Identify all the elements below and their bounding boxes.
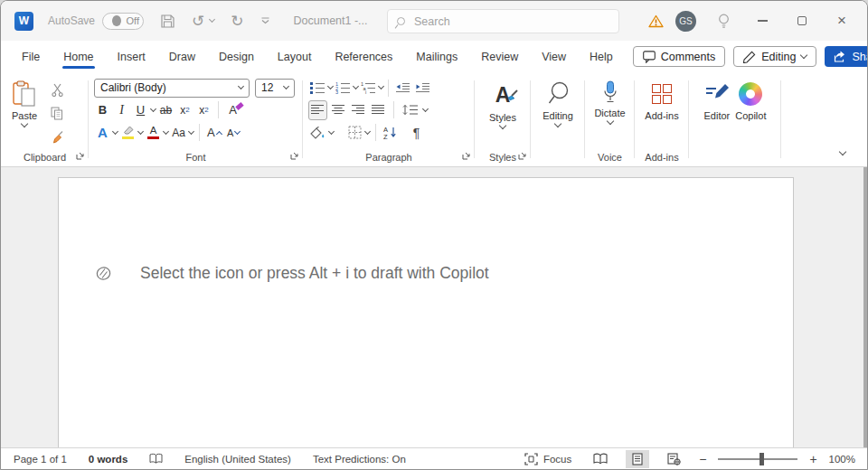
paste-button[interactable]: Paste (1, 77, 48, 147)
warning-icon[interactable] (648, 14, 664, 28)
collapse-ribbon-icon[interactable] (839, 148, 846, 155)
borders-dropdown-icon[interactable] (364, 127, 371, 134)
increase-indent-button[interactable] (413, 78, 432, 98)
minimize-button[interactable] (742, 1, 782, 41)
numbering-dropdown-icon[interactable] (353, 83, 359, 89)
borders-button[interactable] (346, 123, 363, 143)
document-page[interactable]: Select the icon or press Alt + i to draf… (58, 177, 794, 447)
undo-button[interactable]: ↺ (192, 12, 214, 31)
comments-button[interactable]: Comments (633, 46, 725, 67)
line-spacing-button[interactable] (401, 100, 420, 120)
bullets-button[interactable] (308, 78, 327, 98)
close-button[interactable]: × (822, 1, 862, 41)
align-right-button[interactable] (350, 100, 367, 120)
shading-button[interactable] (308, 123, 327, 143)
underline-dropdown-icon[interactable] (150, 105, 156, 111)
tab-references[interactable]: References (323, 41, 404, 72)
account-avatar[interactable]: GS (675, 11, 696, 32)
sort-button[interactable]: A Z (382, 123, 399, 143)
zoom-level[interactable]: 100% (829, 454, 855, 465)
lightbulb-icon[interactable] (718, 14, 730, 29)
strikethrough-button[interactable]: ab (157, 100, 175, 120)
addins-button[interactable]: Add-ins (635, 77, 689, 121)
zoom-out-button[interactable]: − (699, 452, 706, 466)
cut-button[interactable] (48, 80, 66, 99)
autosave-toggle[interactable]: Off (102, 13, 144, 30)
superscript-button[interactable]: x2 (195, 100, 212, 120)
copilot-button[interactable]: Copilot (735, 77, 766, 147)
vertical-scrollbar[interactable] (863, 167, 867, 447)
tab-help[interactable]: Help (578, 41, 625, 72)
text-effects-button[interactable]: A (94, 123, 111, 143)
editing-dropdown-icon[interactable] (554, 120, 561, 127)
justify-button[interactable] (370, 100, 387, 120)
customize-qat-button[interactable] (260, 17, 270, 24)
tab-insert[interactable]: Insert (106, 41, 157, 72)
undo-dropdown-icon[interactable] (209, 16, 215, 23)
tab-design[interactable]: Design (207, 41, 266, 72)
editing-button[interactable]: Editing (531, 77, 585, 127)
page-indicator[interactable]: Page 1 of 1 (14, 454, 67, 465)
styles-button[interactable]: A Styles (475, 77, 531, 128)
font-dialog-launcher[interactable] (290, 152, 298, 160)
editing-mode-button[interactable]: Editing (733, 46, 816, 67)
change-case-dropdown-icon[interactable] (188, 127, 194, 134)
tab-review[interactable]: Review (469, 41, 530, 72)
align-center-button[interactable] (330, 100, 347, 120)
focus-mode-button[interactable]: Focus (524, 453, 571, 465)
share-button[interactable]: Share (825, 46, 868, 67)
styles-dialog-launcher[interactable] (518, 152, 526, 160)
font-family-combo[interactable]: Calibri (Body) (94, 79, 250, 98)
tab-mailings[interactable]: Mailings (404, 41, 469, 72)
copilot-draft-icon[interactable] (95, 265, 112, 282)
paragraph-dialog-launcher[interactable] (462, 152, 470, 160)
align-left-button[interactable] (308, 100, 327, 120)
zoom-in-button[interactable]: + (809, 452, 816, 466)
redo-button[interactable]: ↻ (231, 12, 243, 31)
line-spacing-dropdown-icon[interactable] (422, 105, 429, 111)
subscript-button[interactable]: x2 (176, 100, 193, 120)
editing-mode-dropdown-icon[interactable] (800, 52, 807, 59)
web-layout-button[interactable] (661, 450, 687, 468)
language-status[interactable]: English (United States) (184, 454, 291, 465)
font-size-dropdown-icon[interactable] (283, 83, 289, 89)
font-color-dropdown-icon[interactable] (163, 127, 169, 134)
zoom-slider[interactable] (718, 458, 797, 460)
shrink-font-button[interactable]: A (225, 123, 242, 143)
copy-button[interactable] (48, 103, 66, 123)
multilevel-list-button[interactable]: 1 a i (359, 78, 378, 98)
underline-button[interactable]: U (132, 100, 149, 120)
tab-file[interactable]: File (10, 41, 52, 72)
shading-dropdown-icon[interactable] (328, 127, 335, 134)
tab-draw[interactable]: Draw (157, 41, 207, 72)
highlight-button[interactable] (119, 123, 137, 143)
text-effects-dropdown-icon[interactable] (112, 127, 118, 134)
tab-layout[interactable]: Layout (266, 41, 324, 72)
paste-dropdown-icon[interactable] (21, 120, 28, 127)
decrease-indent-button[interactable] (393, 78, 412, 98)
styles-dropdown-icon[interactable] (499, 122, 506, 129)
grow-font-button[interactable]: A (205, 123, 223, 143)
bold-button[interactable]: B (94, 100, 111, 120)
proofing-status[interactable] (149, 453, 163, 465)
show-hide-marks-button[interactable]: ¶ (408, 123, 425, 143)
dictate-button[interactable]: Dictate (585, 77, 635, 124)
font-family-dropdown-icon[interactable] (238, 83, 244, 89)
italic-button[interactable]: I (113, 100, 130, 120)
search-input[interactable] (414, 15, 595, 28)
tab-home[interactable]: Home (52, 41, 105, 72)
format-painter-button[interactable] (48, 127, 66, 146)
editor-button[interactable]: Editor (704, 77, 731, 147)
read-mode-button[interactable] (587, 450, 614, 468)
tab-view[interactable]: View (530, 41, 578, 72)
save-button[interactable] (160, 14, 175, 29)
clipboard-dialog-launcher[interactable] (76, 152, 84, 160)
text-predictions-status[interactable]: Text Predictions: On (313, 454, 406, 465)
dictate-dropdown-icon[interactable] (606, 118, 613, 125)
font-size-combo[interactable]: 12 (255, 79, 295, 98)
bullets-dropdown-icon[interactable] (327, 83, 334, 89)
multilevel-dropdown-icon[interactable] (378, 83, 384, 89)
font-color-button[interactable]: A (145, 123, 162, 143)
zoom-slider-thumb[interactable] (760, 453, 764, 465)
print-layout-button[interactable] (626, 450, 649, 468)
